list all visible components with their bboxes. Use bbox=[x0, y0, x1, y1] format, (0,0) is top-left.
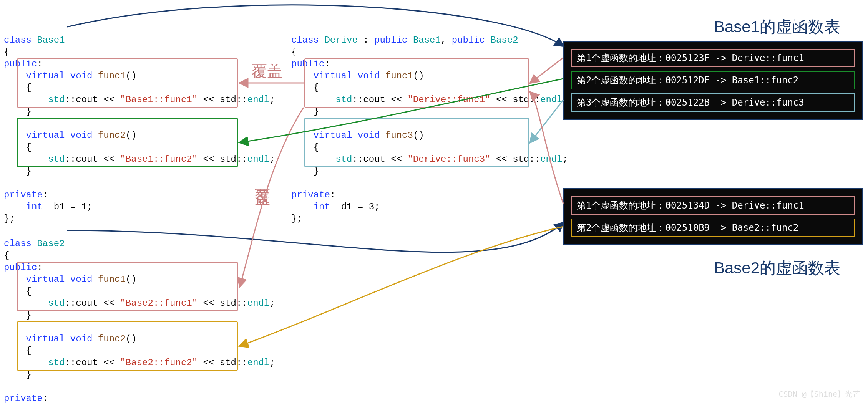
watermark: CSDN @【Shine】光芒 bbox=[779, 389, 860, 399]
base1-func1-box bbox=[17, 58, 238, 108]
vtable-row: 第2个虚函数的地址：002510B9 -> Base2::func2 bbox=[571, 219, 855, 237]
base2-func1-box bbox=[17, 262, 238, 311]
vtable2-title: Base2的虚函数表 bbox=[714, 257, 840, 279]
vtable-row: 第1个虚函数的地址：0025123F -> Derive::func1 bbox=[571, 49, 855, 67]
base2-code: class Base2 { public: virtual void func1… bbox=[4, 226, 275, 404]
vtable1-title: Base1的虚函数表 bbox=[714, 16, 840, 38]
override-label-1: 覆盖 bbox=[252, 61, 282, 82]
vtable2: 第1个虚函数的地址：0025134D -> Derive::func1第2个虚函… bbox=[563, 188, 863, 245]
derive-func1-box bbox=[304, 58, 529, 108]
vtable-row: 第1个虚函数的地址：0025134D -> Derive::func1 bbox=[571, 196, 855, 215]
base1-func2-box bbox=[17, 118, 238, 167]
derive-func3-box bbox=[304, 118, 529, 167]
vtable1: 第1个虚函数的地址：0025123F -> Derive::func1第2个虚函… bbox=[563, 41, 863, 120]
vtable-row: 第3个虚函数的地址：0025122B -> Derive::func3 bbox=[571, 93, 855, 112]
vtable-row: 第2个虚函数的地址：002512DF -> Base1::func2 bbox=[571, 71, 855, 89]
base2-func2-box bbox=[17, 321, 238, 371]
